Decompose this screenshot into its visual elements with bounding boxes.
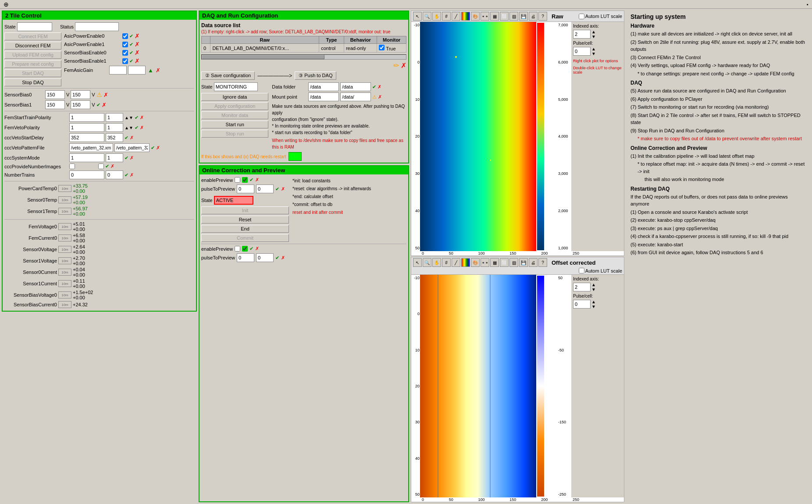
ccc-veto-pattern-v1[interactable] <box>69 143 113 152</box>
print-icon[interactable]: 🖨 <box>529 12 538 21</box>
pulse-cell2-input[interactable] <box>573 300 591 309</box>
prepare-next-button[interactable]: Prepare next config <box>4 60 61 68</box>
fem-veto-polarity-x[interactable]: ✗ <box>140 125 144 131</box>
ccc-veto-start-delay-v2[interactable] <box>106 133 123 142</box>
pulse-cell2-up[interactable]: ▲ <box>591 299 596 304</box>
fem-asic-gain-x[interactable]: ✗ <box>156 67 160 74</box>
pulse-to-preview2-x[interactable]: ✗ <box>281 255 285 261</box>
palette2-icon[interactable]: 🎨 <box>471 258 480 267</box>
scatter2-icon[interactable]: ⚬⚬ <box>481 258 489 267</box>
power-card-temp0-graph[interactable]: 10m <box>58 185 71 192</box>
fem-start-train-x[interactable]: ✗ <box>140 115 144 121</box>
sensor-bias-voltage0-graph[interactable]: 10m <box>58 291 71 298</box>
upload-fem-button[interactable]: Upload FEM config <box>4 51 61 59</box>
indexed-axis-down[interactable]: ▼ <box>591 34 596 39</box>
ccc-system-mode-x[interactable]: ✗ <box>130 155 134 161</box>
hist-icon[interactable]: ▦ <box>490 12 499 21</box>
color2-icon[interactable]: c <box>461 258 470 267</box>
fem-asic-gain-v2[interactable]: 0 <box>128 66 146 75</box>
indexed-axis2-down[interactable]: ▼ <box>591 287 596 292</box>
sensor1-voltage-graph[interactable]: 10m <box>58 257 71 264</box>
autom-lut-cb[interactable] <box>579 14 584 19</box>
print2-icon[interactable]: 🖨 <box>529 258 538 267</box>
pan-icon[interactable]: ✋ <box>432 12 441 21</box>
fem-start-train-v2[interactable] <box>106 113 123 122</box>
stop-run-button[interactable]: Stop run <box>201 130 268 138</box>
ccc-provide-num-x[interactable]: ✗ <box>110 163 114 169</box>
enable-preview-cb[interactable] <box>235 177 240 183</box>
number-trains-x[interactable]: ✗ <box>130 172 134 178</box>
sensor1-temp-graph[interactable]: 10m <box>58 208 71 215</box>
enable-preview2-x[interactable]: ✗ <box>255 246 259 252</box>
mount-point-v1[interactable] <box>308 92 339 101</box>
help-icon[interactable]: ? <box>538 12 547 21</box>
disconnect-fem-button[interactable]: Disconnect FEM <box>4 42 61 50</box>
sensor0-voltage-graph[interactable]: 10m <box>58 246 71 253</box>
ccc-veto-start-delay-x[interactable]: ✗ <box>130 135 134 141</box>
ignore-data-button[interactable]: Ignore data <box>201 93 268 101</box>
line2-icon[interactable]: ╱ <box>452 258 460 267</box>
fem-current0-graph[interactable]: 10m <box>58 234 71 241</box>
sensor-bias1-x[interactable]: ✗ <box>102 102 107 108</box>
pulse-cell2-down[interactable]: ▼ <box>591 304 596 309</box>
pulse-to-preview-v1[interactable] <box>237 185 254 193</box>
ccc-system-mode-v1[interactable] <box>69 153 104 162</box>
apply-config-button[interactable]: Apply configuration <box>201 102 268 110</box>
ccc-veto-pattern-x[interactable]: ✗ <box>156 145 160 151</box>
start-run-button[interactable]: Start run <box>201 121 268 128</box>
export-icon[interactable]: 💾 <box>519 12 528 21</box>
monitor-data-button[interactable]: Monitor data <box>201 111 268 119</box>
sensor-bias0-x[interactable]: ✗ <box>103 92 108 98</box>
zoom2-icon[interactable]: 🔍 <box>423 258 431 267</box>
export2-icon[interactable]: 💾 <box>519 258 528 267</box>
sensor-bias-enable1-cb[interactable] <box>122 58 128 64</box>
data-folder-v1[interactable] <box>308 82 339 91</box>
state-input[interactable]: STARTED <box>17 22 52 31</box>
row-monitor-cb[interactable] <box>379 45 385 50</box>
sensor-bias1-v2[interactable] <box>71 100 90 109</box>
roi2-icon[interactable]: ⬜ <box>500 258 509 267</box>
start-daq-button[interactable]: Start DAQ <box>4 69 61 77</box>
hist2-icon[interactable]: ▦ <box>490 258 499 267</box>
fem-asic-gain-check[interactable]: ▲ <box>147 67 154 74</box>
sensor-bias-current0-graph[interactable]: 10m <box>58 301 71 308</box>
reset-button[interactable]: Reset <box>201 216 289 224</box>
grid-icon[interactable]: # <box>442 12 451 21</box>
ccc-veto-start-delay-v1[interactable] <box>69 133 104 142</box>
enable-preview-x[interactable]: ✗ <box>255 177 259 183</box>
help2-icon[interactable]: ? <box>538 258 547 267</box>
save-config-button[interactable]: ② Save configuration <box>201 71 255 80</box>
sensor0-current-graph[interactable]: 10m <box>58 269 71 276</box>
grid2-icon[interactable]: # <box>442 258 451 267</box>
end-button[interactable]: End <box>201 225 289 233</box>
enable-preview-cb2[interactable] <box>242 177 248 183</box>
asic-power-enable0-cb[interactable] <box>122 33 128 39</box>
status-input[interactable] <box>75 22 119 31</box>
init-button[interactable]: Init <box>201 206 289 214</box>
pulse-to-preview2-v1[interactable] <box>237 253 254 262</box>
pulse-to-preview-v2[interactable] <box>256 185 274 193</box>
pulse-to-preview-x[interactable]: ✗ <box>281 186 285 192</box>
stop-daq-button[interactable]: Stop DAQ <box>4 78 61 86</box>
sensor-bias-enable0-cb[interactable] <box>122 50 128 56</box>
enable-preview2-cb2[interactable] <box>242 246 248 252</box>
sensor1-current-graph[interactable]: 10m <box>58 280 71 287</box>
cursor-icon[interactable]: ↖ <box>413 12 422 21</box>
fem-asic-gain-v1[interactable]: 0 <box>109 66 127 75</box>
delete-icon[interactable]: ✗ <box>401 61 406 70</box>
fem-start-train-spinner[interactable]: ▲▼ <box>125 115 133 120</box>
ocp-state-input[interactable] <box>214 196 253 205</box>
data-folder-v2[interactable] <box>340 82 371 91</box>
fem-veto-polarity-spinner[interactable]: ▲▼ <box>125 125 133 130</box>
line-icon[interactable]: ╱ <box>452 12 460 21</box>
roi-icon[interactable]: ⬜ <box>500 12 509 21</box>
indexed-axis2-input[interactable] <box>573 283 591 291</box>
number-trains-v2[interactable] <box>106 170 123 179</box>
commit-button[interactable]: Commit <box>201 234 289 242</box>
ccc-provide-num-cb2[interactable] <box>98 163 104 169</box>
pulse-cell-up[interactable]: ▲ <box>591 46 596 51</box>
sensor-bias1-v1[interactable] <box>45 100 65 109</box>
enable-preview2-cb[interactable] <box>235 246 240 252</box>
sensor0-temp-graph[interactable]: 10m <box>58 196 71 203</box>
color-icon[interactable]: c <box>461 12 470 21</box>
